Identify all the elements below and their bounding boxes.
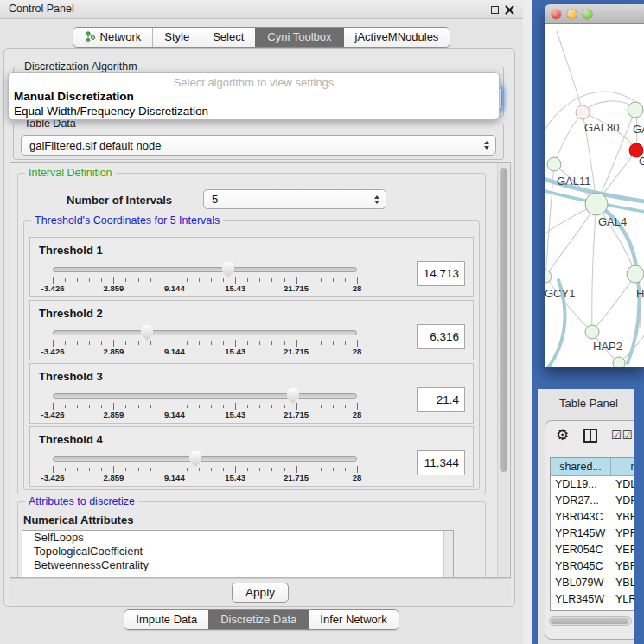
table-data-value: galFiltered.sif default node	[29, 139, 161, 152]
network-node[interactable]	[628, 102, 643, 118]
threshold-row: Threshold 4-3.4262.8599.14415.4321.71528…	[29, 426, 474, 487]
tick-label: 9.144	[164, 347, 185, 356]
slider-tick-labels: -3.4262.8599.14415.4321.71528	[53, 284, 357, 294]
tick-label: 15.43	[225, 473, 245, 482]
network-node[interactable]	[545, 271, 552, 283]
network-window-titlebar[interactable]	[545, 4, 644, 24]
threshold-row: Threshold 3-3.4262.8599.14415.4321.71528…	[29, 363, 474, 424]
slider-track[interactable]	[53, 330, 357, 335]
network-node[interactable]	[627, 265, 644, 283]
tab-label: Discretize Data	[220, 613, 296, 626]
network-node[interactable]	[585, 193, 608, 215]
attribute-list-item[interactable]: TopologicalCoefficient	[22, 545, 453, 558]
attribute-list-item[interactable]: SelfLoops	[22, 531, 453, 545]
threshold-value-field[interactable]: 6.316	[417, 324, 465, 349]
tab-cyni-toolbox[interactable]: Cyni Toolbox	[255, 28, 342, 47]
attributes-group-label: Attributes to discretize	[25, 495, 138, 507]
table-cell: YDL1	[611, 476, 634, 493]
float-panel-icon[interactable]	[489, 4, 501, 16]
table-cell: YPR145W	[551, 526, 611, 542]
table-panel-box: ⚙ ☑☑ shared...na YDL19...YDL1YDR27...YDR…	[545, 420, 634, 640]
table-cell: YBR045C	[551, 558, 611, 575]
slider-thumb[interactable]	[189, 451, 202, 467]
algorithm-option[interactable]: Equal Width/Frequency Discretization	[9, 104, 499, 118]
threshold-value-field[interactable]: 11.344	[417, 450, 465, 475]
tick-label: 2.859	[104, 410, 124, 419]
discretization-algorithm-label: Discretization Algorithm	[21, 61, 141, 73]
popup-placeholder: Select algorithm to view settings	[9, 76, 499, 89]
tab-infer-network[interactable]: Infer Network	[308, 610, 398, 629]
gear-icon[interactable]: ⚙	[556, 426, 569, 443]
slider-track[interactable]	[53, 456, 357, 462]
settings-scrollbar-thumb[interactable]	[500, 168, 507, 472]
table-cell: YER0	[611, 542, 634, 558]
table-row[interactable]: YDR27...YDR2	[551, 493, 634, 509]
tick-label: 9.144	[164, 284, 185, 293]
interval-definition-label: Interval Definition	[25, 167, 116, 179]
table-cell: YPR1	[611, 526, 634, 542]
settings-scrollbar[interactable]	[497, 163, 509, 577]
list-scrollbar[interactable]	[443, 531, 453, 578]
threshold-value-field[interactable]: 14.713	[417, 261, 465, 286]
num-intervals-combobox[interactable]: 5	[203, 189, 386, 209]
algorithm-option[interactable]: Manual Discretization	[9, 89, 499, 104]
close-panel-icon[interactable]	[504, 4, 515, 16]
table-column-header[interactable]: na	[611, 458, 634, 476]
threshold-value-field[interactable]: 21.4	[417, 387, 465, 412]
table-cell: YBR043C	[551, 509, 611, 526]
threshold-slider[interactable]	[53, 329, 357, 338]
threshold-label: Threshold 3	[39, 370, 103, 383]
tab-style[interactable]: Style	[152, 28, 201, 47]
slider-track[interactable]	[53, 267, 357, 272]
minimize-traffic-light[interactable]	[567, 10, 577, 19]
slider-tick-labels: -3.4262.8599.14415.4321.71528	[53, 473, 357, 483]
threshold-slider[interactable]	[53, 456, 357, 464]
table-row[interactable]: YBL079WYBL0	[551, 575, 634, 591]
tick-label: 28	[353, 410, 362, 419]
slider-tick-labels: -3.4262.8599.14415.4321.71528	[53, 347, 357, 357]
tab-jactivemnodules[interactable]: jActiveMNodules	[343, 28, 450, 47]
table-hscrollbar-thumb[interactable]	[551, 618, 628, 624]
column-layout-icon[interactable]	[583, 429, 597, 446]
apply-button[interactable]: Apply	[232, 583, 289, 603]
control-panel: Control Panel NetworkStyleSelectCyni Too…	[0, 0, 523, 644]
table-cell: YDL19...	[551, 476, 611, 493]
table-data-combobox[interactable]: galFiltered.sif default node	[21, 135, 496, 156]
close-traffic-light[interactable]	[552, 10, 561, 19]
table-row[interactable]: YER054CYER0	[551, 542, 634, 558]
zoom-traffic-light[interactable]	[583, 10, 592, 19]
threshold-slider[interactable]	[53, 392, 357, 401]
select-columns-icon[interactable]: ☑☑	[611, 429, 633, 442]
tab-discretize-data[interactable]: Discretize Data	[208, 610, 308, 629]
table-row[interactable]: YBR043CYBR0	[551, 509, 634, 526]
slider-thumb[interactable]	[222, 262, 235, 277]
network-canvas[interactable]: GAL80GAGGAL11GAL4GCY1HAHAP2	[545, 24, 644, 367]
attribute-list-item[interactable]: BetweennessCentrality	[22, 558, 453, 572]
list-scrollbar-thumb[interactable]	[445, 532, 452, 562]
threshold-slider[interactable]	[53, 266, 357, 275]
slider-thumb[interactable]	[141, 325, 154, 341]
table-row[interactable]: YLR345WYLR3	[551, 591, 634, 608]
table-row[interactable]: YPR145WYPR1	[551, 526, 634, 542]
tab-network[interactable]: Network	[73, 28, 153, 47]
node-table: shared...na YDL19...YDL1YDR27...YDR2YBR0…	[550, 457, 634, 611]
tick-label: 21.715	[284, 410, 309, 419]
network-node[interactable]	[585, 325, 599, 339]
tab-select[interactable]: Select	[201, 28, 255, 47]
tick-label: 21.715	[284, 284, 309, 293]
table-hscrollbar[interactable]	[549, 616, 632, 626]
tab-label: Network	[100, 30, 142, 43]
tab-label: Style	[164, 30, 189, 43]
tick-label: 15.43	[225, 347, 245, 356]
table-row[interactable]: YIL052CYIL0	[551, 608, 634, 611]
slider-track[interactable]	[53, 393, 357, 399]
tab-impute-data[interactable]: Impute Data	[124, 610, 208, 629]
table-column-header[interactable]: shared...	[551, 458, 611, 476]
table-panel-toolbar: ⚙ ☑☑	[545, 421, 634, 452]
slider-thumb[interactable]	[287, 388, 300, 404]
network-node[interactable]	[613, 357, 625, 367]
network-node[interactable]	[576, 105, 590, 119]
network-node[interactable]	[547, 157, 561, 171]
table-row[interactable]: YDL19...YDL1	[551, 476, 634, 493]
table-row[interactable]: YBR045CYBR0	[551, 558, 634, 575]
